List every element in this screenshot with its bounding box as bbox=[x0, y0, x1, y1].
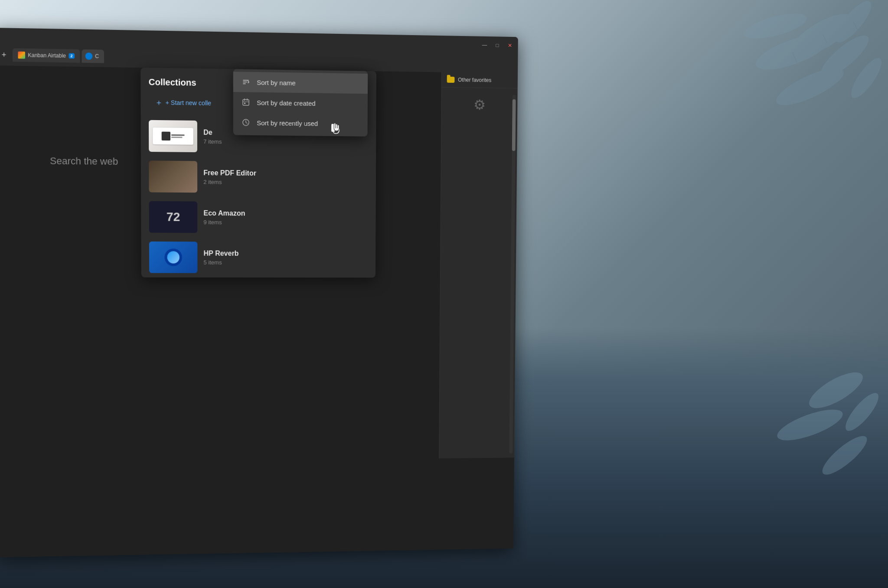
sort-name-icon bbox=[241, 77, 251, 87]
add-tab-button[interactable]: + bbox=[0, 48, 11, 62]
folder-icon bbox=[447, 77, 455, 83]
sort-by-recent-option[interactable]: Sort by recently used bbox=[233, 112, 368, 134]
sort-date-icon bbox=[241, 97, 251, 107]
right-decoration bbox=[584, 0, 888, 588]
collection-info-amazon: Eco Amazon 9 items bbox=[203, 209, 368, 226]
collection-count-pdf: 2 items bbox=[203, 178, 368, 186]
sort-by-date-option[interactable]: Sort by date created bbox=[233, 92, 368, 114]
bookmarks-header: Other favorites bbox=[442, 72, 518, 89]
sort-by-name-label: Sort by name bbox=[257, 78, 296, 87]
start-collection-label: + Start new colle bbox=[166, 99, 212, 107]
collection-item-hp[interactable]: HP Reverb 5 items bbox=[141, 237, 376, 278]
collection-thumb-pdf bbox=[149, 160, 197, 193]
collection-count-hp: 5 items bbox=[203, 259, 368, 266]
sort-by-recent-label: Sort by recently used bbox=[257, 119, 318, 127]
collection-info-hp: HP Reverb 5 items bbox=[203, 249, 368, 266]
svg-rect-20 bbox=[243, 100, 249, 105]
svg-point-13 bbox=[817, 431, 872, 480]
other-favorites-label: Other favorites bbox=[458, 77, 491, 83]
scrollbar-thumb[interactable] bbox=[512, 99, 516, 151]
collection-thumb-amazon: 72 bbox=[149, 201, 198, 233]
svg-rect-24 bbox=[244, 103, 245, 104]
collection-item-pdf[interactable]: Free PDF Editor 2 items bbox=[141, 156, 376, 198]
tab-label-c: C bbox=[95, 53, 99, 60]
sort-by-name-option[interactable]: Sort by name bbox=[233, 72, 368, 94]
collection-name-pdf: Free PDF Editor bbox=[203, 169, 368, 178]
maximize-button[interactable]: □ bbox=[494, 42, 500, 48]
tab-label-kanban: Kanban Airtable bbox=[28, 52, 66, 59]
bookmarks-sidebar: Other favorites ⚙ bbox=[439, 72, 518, 458]
search-area: Search the web bbox=[50, 155, 118, 167]
tab-edge[interactable]: C bbox=[82, 49, 104, 63]
settings-area: ⚙ bbox=[441, 88, 517, 122]
svg-point-12 bbox=[774, 403, 846, 447]
minimize-button[interactable]: — bbox=[482, 42, 488, 48]
browser-window: — □ ✕ + Kanban Airtable 2 C er web addre… bbox=[0, 28, 518, 557]
sort-by-date-label: Sort by date created bbox=[257, 99, 315, 107]
collections-title: Collections bbox=[149, 77, 196, 88]
sort-dropdown: Sort by name Sort by date created bbox=[233, 69, 368, 137]
collection-name-hp: HP Reverb bbox=[203, 249, 368, 258]
sort-recent-icon bbox=[241, 118, 251, 127]
collection-item-amazon[interactable]: 72 Eco Amazon 9 items bbox=[141, 197, 376, 238]
collection-count-amazon: 9 items bbox=[203, 219, 368, 226]
collection-count-design: 7 items bbox=[203, 138, 368, 146]
collection-thumb-hp bbox=[149, 242, 198, 273]
tab-kanban[interactable]: Kanban Airtable 2 bbox=[13, 48, 80, 62]
search-label: Search the web bbox=[50, 155, 118, 167]
collection-thumb-design bbox=[149, 120, 197, 152]
collection-name-amazon: Eco Amazon bbox=[203, 209, 368, 218]
close-button[interactable]: ✕ bbox=[507, 42, 513, 49]
tab-badge-kanban: 2 bbox=[69, 53, 75, 59]
tab-favicon-airtable bbox=[18, 52, 25, 59]
collection-info-pdf: Free PDF Editor 2 items bbox=[203, 169, 368, 186]
tab-favicon-edge bbox=[85, 52, 92, 60]
settings-gear-icon[interactable]: ⚙ bbox=[473, 97, 486, 113]
